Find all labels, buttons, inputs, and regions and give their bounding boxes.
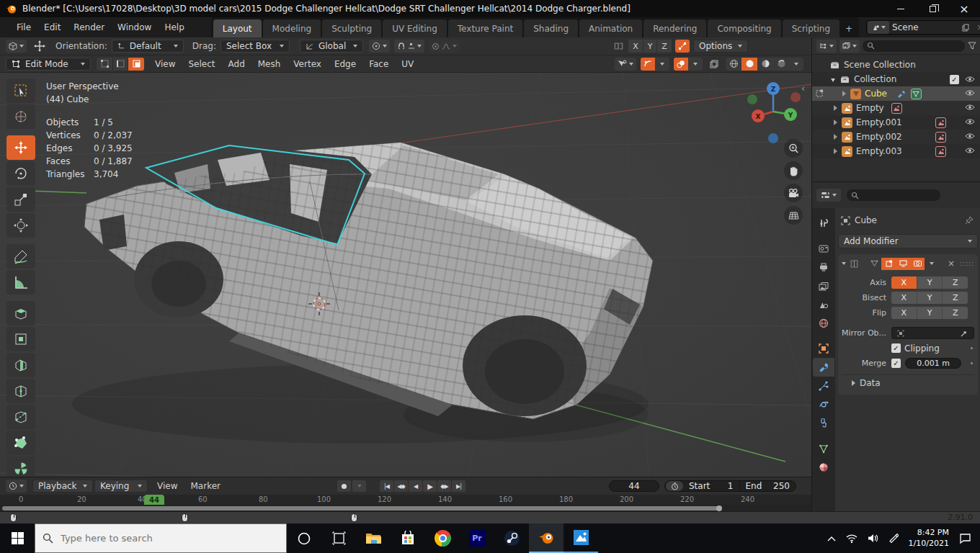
- jump-to-end-button[interactable]: ▶|: [452, 480, 466, 492]
- editor-type-button[interactable]: [6, 40, 27, 53]
- outliner-row-scene-collection[interactable]: Scene Collection: [812, 58, 980, 72]
- current-frame-field[interactable]: 44: [609, 480, 659, 492]
- expand-arrow-icon[interactable]: [842, 91, 846, 96]
- axis-x-button[interactable]: X: [891, 276, 917, 289]
- bisect-y-button[interactable]: Y: [917, 292, 943, 304]
- playback-dropdown[interactable]: Playback: [32, 480, 93, 493]
- expand-arrow-icon[interactable]: [834, 105, 837, 111]
- shading-wireframe-button[interactable]: [726, 58, 741, 71]
- add-modifier-dropdown[interactable]: Add Modifier: [838, 234, 978, 248]
- tab-particles[interactable]: [813, 377, 834, 395]
- render-preview-button[interactable]: [707, 58, 721, 71]
- tool-transform[interactable]: [6, 213, 35, 238]
- outliner-row-collection[interactable]: Collection ✓: [812, 72, 980, 86]
- tool-knife[interactable]: [6, 405, 35, 429]
- keying-dropdown[interactable]: Keying: [94, 480, 148, 493]
- tab-view-layer[interactable]: [813, 276, 834, 295]
- timeline-editor-type-button[interactable]: [6, 480, 27, 493]
- outliner-row-empty-002[interactable]: Empty.002: [812, 130, 980, 144]
- taskbar-clock[interactable]: 8:42 PM 1/10/2021: [909, 528, 949, 549]
- cortana-button[interactable]: [287, 523, 321, 553]
- menu-add[interactable]: Add: [222, 57, 251, 71]
- play-button[interactable]: ▶: [423, 480, 437, 492]
- outliner-row-empty[interactable]: Empty: [812, 101, 980, 115]
- jump-to-start-button[interactable]: |◀: [380, 480, 393, 492]
- outliner-display-mode-button[interactable]: [816, 40, 837, 53]
- pan-button[interactable]: [784, 161, 803, 180]
- tab-material[interactable]: [813, 458, 834, 477]
- tab-object-data[interactable]: [813, 439, 834, 458]
- auto-merge-button[interactable]: [675, 40, 690, 53]
- mesh-data-icon[interactable]: [911, 89, 922, 99]
- tab-object[interactable]: [813, 339, 834, 358]
- image-data-icon[interactable]: [935, 146, 946, 157]
- tab-modifiers[interactable]: [813, 358, 834, 377]
- tab-layout[interactable]: Layout: [213, 19, 262, 37]
- pen-icon[interactable]: [888, 534, 899, 544]
- eyedropper-icon[interactable]: [961, 329, 968, 337]
- tool-poly-build[interactable]: [6, 431, 35, 455]
- menu-view[interactable]: View: [148, 57, 182, 71]
- snap-target-button[interactable]: [369, 40, 390, 53]
- previous-keyframe-button[interactable]: ◀◆: [394, 480, 408, 492]
- filter-funnel-icon[interactable]: [968, 42, 976, 50]
- timeline-menu-view[interactable]: View: [151, 479, 184, 493]
- current-frame-marker[interactable]: 44: [144, 495, 164, 505]
- flip-y-button[interactable]: Y: [917, 307, 943, 319]
- sidebar-collapse-chevron[interactable]: ‹: [801, 83, 805, 94]
- bisect-z-button[interactable]: Z: [943, 292, 968, 304]
- bisect-x-button[interactable]: X: [891, 292, 917, 304]
- tab-shading[interactable]: Shading: [524, 19, 578, 37]
- scene-browse-button[interactable]: [868, 21, 889, 34]
- panel-collapse-arrow[interactable]: [842, 262, 846, 265]
- shading-rendered-button[interactable]: [773, 58, 789, 71]
- menu-help[interactable]: Help: [158, 20, 190, 35]
- viewport-canvas[interactable]: User Perspective (44) Cube Objects1 / 5 …: [0, 73, 811, 477]
- timeline-menu-marker[interactable]: Marker: [184, 479, 226, 493]
- navigation-gizmo[interactable]: Z X Y: [734, 78, 806, 147]
- volume-icon[interactable]: [868, 534, 878, 543]
- collection-checkbox[interactable]: ✓: [950, 75, 959, 84]
- eye-icon[interactable]: [965, 118, 975, 125]
- eye-icon[interactable]: [965, 147, 975, 154]
- next-keyframe-button[interactable]: ◆▶: [437, 480, 451, 492]
- tab-uv-editing[interactable]: UV Editing: [383, 19, 447, 37]
- properties-display-button[interactable]: [816, 189, 841, 202]
- outliner-row-empty-003[interactable]: Empty.003: [812, 144, 980, 158]
- menu-mesh[interactable]: Mesh: [251, 57, 288, 71]
- menu-file[interactable]: File: [10, 20, 37, 35]
- menu-vertex[interactable]: Vertex: [287, 57, 328, 71]
- gizmo-axis-neg-x[interactable]: [790, 92, 801, 102]
- outliner-row-cube[interactable]: Cube: [812, 86, 980, 101]
- previous-frame-button[interactable]: ◀: [409, 480, 422, 492]
- overlays-toggle-button[interactable]: [641, 58, 655, 71]
- timeline-ruler[interactable]: 0 20 40 60 80 100 120 140 160 180 200 22…: [0, 495, 811, 505]
- menu-uv[interactable]: UV: [395, 57, 420, 71]
- chrome-button[interactable]: [425, 523, 460, 553]
- eye-icon[interactable]: [965, 104, 975, 111]
- start-frame-field[interactable]: Start1: [683, 481, 740, 491]
- tool-spin[interactable]: [6, 457, 35, 477]
- premiere-button[interactable]: Pr: [460, 523, 494, 553]
- tab-animation[interactable]: Animation: [579, 19, 642, 37]
- modifier-on-cage-button[interactable]: [867, 258, 881, 270]
- menu-edge[interactable]: Edge: [328, 57, 362, 71]
- shading-dropdown-button[interactable]: [789, 58, 803, 71]
- camera-view-button[interactable]: [784, 184, 803, 202]
- tool-select-box[interactable]: [6, 78, 35, 103]
- new-scene-button[interactable]: [958, 24, 973, 32]
- proportional-edit-button[interactable]: [429, 40, 460, 53]
- mirror-x-button[interactable]: X: [628, 40, 643, 53]
- eye-icon[interactable]: [965, 76, 975, 83]
- mirror-object-field[interactable]: [891, 327, 974, 339]
- use-preview-range-button[interactable]: [666, 481, 683, 491]
- tab-output[interactable]: [813, 258, 834, 276]
- keying-set-dropdown-button[interactable]: [352, 480, 366, 492]
- transform-pivot-dropdown[interactable]: Global: [300, 40, 363, 53]
- tool-scale[interactable]: [6, 187, 35, 212]
- mirror-z-button[interactable]: Z: [657, 40, 672, 53]
- data-subpanel-row[interactable]: Data: [842, 375, 974, 390]
- image-data-icon[interactable]: [891, 103, 902, 114]
- tool-bevel[interactable]: [6, 353, 35, 377]
- microsoft-store-button[interactable]: [391, 523, 425, 553]
